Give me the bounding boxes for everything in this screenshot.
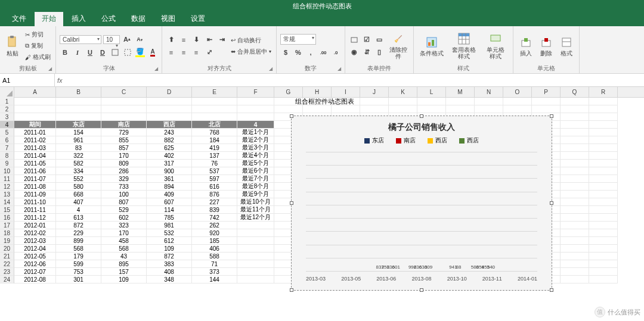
row-header[interactable]: 7 bbox=[0, 144, 14, 152]
control-spinner[interactable]: ⇵ bbox=[361, 47, 372, 58]
row-header[interactable]: 8 bbox=[0, 152, 14, 160]
row-header[interactable]: 4 bbox=[0, 121, 14, 129]
cell[interactable] bbox=[101, 113, 147, 121]
clear-controls-button[interactable]: 🧹 清除控件 bbox=[387, 31, 410, 61]
cell[interactable] bbox=[532, 105, 561, 113]
column-header[interactable]: P bbox=[532, 87, 561, 97]
cell[interactable]: 597 bbox=[192, 175, 237, 183]
cell[interactable]: 109 bbox=[101, 276, 147, 283]
cell[interactable] bbox=[589, 206, 618, 214]
column-header[interactable]: H bbox=[303, 87, 332, 97]
control-combo[interactable]: ▭ bbox=[374, 35, 385, 45]
row-header[interactable]: 6 bbox=[0, 136, 14, 144]
control-radio[interactable]: ◉ bbox=[349, 47, 360, 58]
cell[interactable] bbox=[589, 113, 618, 121]
row-header[interactable]: 10 bbox=[0, 167, 14, 175]
align-bottom-button[interactable]: ⬇ bbox=[191, 35, 202, 45]
cell[interactable]: 最近7个月 bbox=[237, 175, 274, 183]
cell[interactable] bbox=[589, 105, 618, 113]
cell[interactable]: 616 bbox=[192, 183, 237, 191]
border-button[interactable] bbox=[110, 47, 120, 58]
cell[interactable] bbox=[237, 222, 274, 229]
row-header[interactable]: 11 bbox=[0, 175, 14, 183]
cell[interactable] bbox=[561, 191, 589, 198]
cell[interactable]: 329 bbox=[101, 175, 147, 183]
cell[interactable] bbox=[589, 214, 618, 222]
cell[interactable] bbox=[561, 268, 589, 276]
cell[interactable] bbox=[589, 229, 618, 237]
cell[interactable]: 409 bbox=[147, 191, 192, 198]
cell[interactable]: 729 bbox=[101, 129, 147, 136]
cell[interactable]: 607 bbox=[147, 198, 192, 206]
column-header[interactable]: D bbox=[147, 87, 192, 97]
cell[interactable] bbox=[589, 175, 618, 183]
table-row[interactable] bbox=[14, 105, 644, 113]
cell[interactable] bbox=[503, 105, 532, 113]
fill-color-button[interactable]: 🪣 bbox=[135, 47, 145, 58]
dialog-launcher-icon[interactable]: ◢ bbox=[269, 66, 273, 71]
column-header[interactable]: Q bbox=[561, 87, 589, 97]
font-color-button[interactable]: A bbox=[147, 47, 158, 58]
cell[interactable]: 742 bbox=[192, 214, 237, 222]
cell[interactable] bbox=[589, 222, 618, 229]
cell[interactable]: 100 bbox=[101, 191, 147, 198]
cell[interactable] bbox=[237, 276, 274, 283]
cell[interactable]: 2012-03 bbox=[14, 237, 56, 245]
conditional-format-button[interactable]: 条件格式 bbox=[417, 35, 446, 58]
cell[interactable]: 895 bbox=[101, 260, 147, 268]
cell[interactable] bbox=[332, 105, 360, 113]
cell[interactable] bbox=[561, 245, 589, 253]
cell[interactable]: 最近9个月 bbox=[237, 191, 274, 198]
cell[interactable]: 2011-01 bbox=[14, 129, 56, 136]
cell[interactable]: 402 bbox=[147, 152, 192, 160]
cell[interactable]: 最近8个月 bbox=[237, 183, 274, 191]
cell[interactable] bbox=[589, 167, 618, 175]
merge-center-button[interactable]: ⬌合并后居中▾ bbox=[230, 47, 273, 57]
cell[interactable]: 114 bbox=[147, 206, 192, 214]
cell[interactable]: 最近3个月 bbox=[237, 144, 274, 152]
cell[interactable] bbox=[561, 129, 589, 136]
cell[interactable]: 最近1个月 bbox=[237, 129, 274, 136]
cell[interactable] bbox=[237, 229, 274, 237]
tab-file[interactable]: 文件 bbox=[5, 11, 33, 26]
row-header[interactable]: 21 bbox=[0, 253, 14, 260]
dec-decimal-button[interactable]: .0 bbox=[330, 47, 341, 58]
column-header[interactable]: R bbox=[589, 87, 618, 97]
row-header[interactable]: 3 bbox=[0, 113, 14, 121]
cell[interactable] bbox=[561, 121, 589, 129]
cell[interactable] bbox=[561, 222, 589, 229]
column-header[interactable]: G bbox=[274, 87, 303, 97]
column-header[interactable]: E bbox=[192, 87, 237, 97]
cell[interactable]: 407 bbox=[56, 198, 101, 206]
cell[interactable] bbox=[56, 105, 101, 113]
cell[interactable] bbox=[237, 113, 274, 121]
cell[interactable] bbox=[589, 268, 618, 276]
cell[interactable]: 2012-08 bbox=[14, 276, 56, 283]
cell[interactable]: 588 bbox=[192, 253, 237, 260]
cell[interactable]: 229 bbox=[56, 229, 101, 237]
control-scrollbar[interactable]: ▯ bbox=[374, 47, 385, 58]
cell[interactable] bbox=[417, 105, 446, 113]
cell[interactable] bbox=[561, 160, 589, 167]
indent-button[interactable]: ⇥ bbox=[216, 35, 227, 45]
cell[interactable] bbox=[14, 113, 56, 121]
font-name-select[interactable]: Calibri bbox=[60, 35, 101, 44]
cell[interactable]: 137 bbox=[192, 152, 237, 160]
row-header[interactable]: 19 bbox=[0, 237, 14, 245]
cell[interactable]: 2011-11 bbox=[14, 206, 56, 214]
cell[interactable]: 2011-02 bbox=[14, 136, 56, 144]
cell[interactable] bbox=[237, 268, 274, 276]
cell[interactable] bbox=[237, 237, 274, 245]
cell[interactable]: 185 bbox=[192, 237, 237, 245]
wrap-text-button[interactable]: ↩自动换行 bbox=[230, 36, 273, 45]
row-header[interactable]: 23 bbox=[0, 268, 14, 276]
cell[interactable]: 552 bbox=[56, 175, 101, 183]
cell[interactable]: 602 bbox=[101, 214, 147, 222]
column-header[interactable]: J bbox=[360, 87, 389, 97]
cell[interactable]: 2011-08 bbox=[14, 183, 56, 191]
cell[interactable]: 2011-10 bbox=[14, 198, 56, 206]
column-header[interactable]: F bbox=[237, 87, 274, 97]
control-checkbox[interactable]: ☑ bbox=[361, 35, 372, 45]
cell[interactable] bbox=[589, 160, 618, 167]
dialog-launcher-icon[interactable]: ◢ bbox=[154, 66, 158, 71]
